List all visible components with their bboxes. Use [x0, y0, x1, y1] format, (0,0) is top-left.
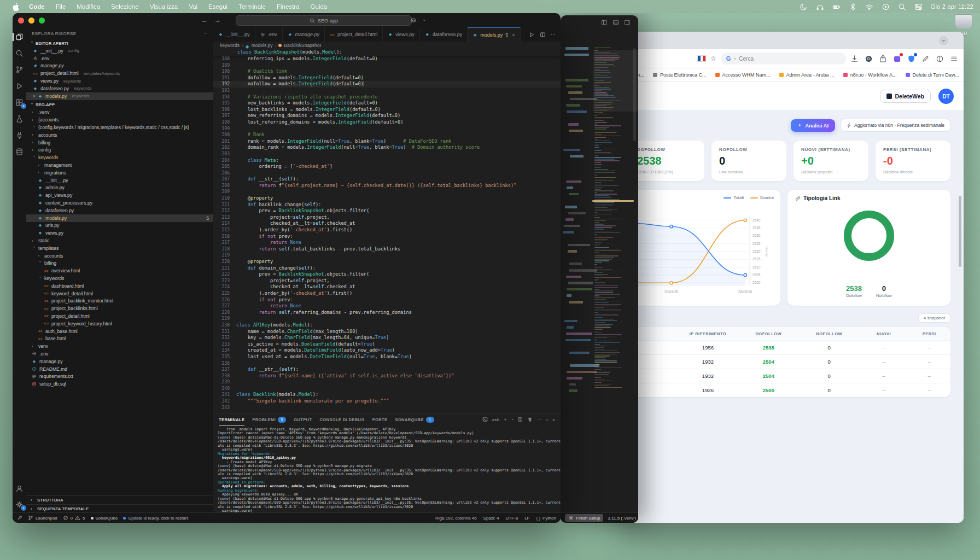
tree-item[interactable]: <>dashboard.html: [26, 282, 213, 290]
terminal-output[interactable]: from .models import Project, Keyword, Ke…: [213, 425, 561, 516]
tree-item[interactable]: <>auth_base.html: [26, 328, 213, 335]
open-editor-item[interactable]: × ◆models.pykeywords: [26, 92, 213, 100]
moon-icon[interactable]: [800, 3, 808, 11]
camera-icon[interactable]: [882, 3, 890, 11]
tree-item[interactable]: ›static: [26, 237, 213, 244]
tree-item[interactable]: ◆__init__.py: [26, 177, 213, 184]
finish-setup-button[interactable]: Finish Setup: [565, 514, 603, 522]
menu-item[interactable]: Selezione: [106, 0, 144, 13]
layout-sidebar-icon[interactable]: [601, 19, 608, 26]
bookmark-item[interactable]: Posta Elettronica C...: [653, 72, 707, 78]
panel-tab[interactable]: TERMINALE: [219, 413, 244, 425]
zoom-window-button[interactable]: [39, 18, 45, 24]
close-editor-icon[interactable]: ×: [33, 94, 36, 99]
cursor-position[interactable]: Riga 192, colonna 46: [435, 516, 477, 521]
tree-item[interactable]: ›config: [26, 147, 213, 154]
france-flag-icon[interactable]: [697, 55, 706, 62]
legend-item[interactable]: Totali: [724, 195, 744, 200]
tree-item[interactable]: ◆urls.py: [26, 222, 213, 230]
editor-tab[interactable]: <>project_detail.html: [325, 27, 383, 42]
nav-back-icon[interactable]: ←: [201, 16, 208, 24]
editor-tab[interactable]: ◆dataforseo.py: [420, 27, 468, 42]
command-center-search[interactable]: SEO-app: [236, 15, 412, 26]
tree-item[interactable]: ◆models.py5: [26, 214, 213, 222]
sidebar-section[interactable]: ›STRUTTURA: [26, 495, 213, 504]
terminal-dropdown-icon[interactable]: ›: [510, 418, 514, 420]
table-header-cell[interactable]: NUOVI: [860, 331, 908, 336]
open-editor-item[interactable]: <>project_detail.htmltemplates/keywords: [26, 69, 213, 77]
layout-panel-icon[interactable]: [612, 19, 619, 26]
tree-item[interactable]: <>project_keyword_history.html: [26, 320, 213, 328]
run-debug-icon[interactable]: [15, 82, 24, 90]
update-status[interactable]: Update is ready, click to restart.: [123, 516, 189, 521]
menu-item[interactable]: Finestra: [271, 0, 305, 13]
editor-more-icon[interactable]: ···: [551, 32, 556, 37]
menu-item-app[interactable]: Code: [24, 0, 50, 13]
tree-item[interactable]: ›{accounts: [26, 116, 213, 124]
menu-item[interactable]: Modifica: [71, 0, 106, 13]
python-interpreter[interactable]: 3.11.5 ('.venv'): [608, 516, 635, 521]
tree-item[interactable]: ›venv: [26, 342, 213, 350]
project-root-section[interactable]: › SEO-APP: [26, 101, 213, 109]
tree-item[interactable]: <>project_backlink_monitor.html: [26, 298, 213, 305]
open-editor-item[interactable]: ◆__init__.pyconfig: [26, 47, 213, 55]
nav-forward-icon[interactable]: →: [214, 16, 221, 24]
download-icon[interactable]: [850, 55, 859, 63]
open-editors-section[interactable]: › EDITOR APERTI: [26, 39, 213, 47]
browser-menu-icon[interactable]: [950, 55, 958, 63]
code-editor[interactable]: class BacklinkSnapshot(models.Model): 18…: [213, 49, 561, 413]
menu-item[interactable]: File: [50, 0, 72, 13]
bookmark-item[interactable]: Delete di Terni Davi...: [906, 72, 959, 78]
share-icon[interactable]: [879, 55, 887, 63]
vpn-shield-icon[interactable]: [907, 55, 915, 63]
headphones-icon[interactable]: [816, 3, 824, 11]
table-header-cell[interactable]: IP RIFERIMENTO: [678, 331, 738, 336]
tree-item[interactable]: ◆api_views.py: [26, 191, 213, 199]
open-editor-item[interactable]: ◆views.pykeywords: [26, 77, 213, 85]
tree-item[interactable]: ›billing: [26, 139, 213, 147]
explorer-icon[interactable]: [15, 33, 24, 41]
tree-item[interactable]: <>base.html: [26, 335, 213, 342]
breadcrumb-item[interactable]: keywords: [220, 43, 240, 48]
tree-item[interactable]: ›{config,keywords / migrations,templates…: [26, 124, 213, 131]
tree-item[interactable]: ◆context_processors.py: [26, 199, 213, 207]
tree-item[interactable]: ›.venv: [26, 109, 213, 116]
eol[interactable]: LF: [524, 516, 529, 521]
close-panel-icon[interactable]: ×: [552, 417, 555, 422]
tree-item[interactable]: setup_db.sql: [26, 380, 213, 388]
language-mode[interactable]: { }Python: [536, 516, 556, 521]
search-icon[interactable]: [15, 49, 24, 57]
open-editor-item[interactable]: ◆dataforseo.pykeywords: [26, 85, 213, 92]
search-engine-chevron-icon[interactable]: ›: [732, 58, 737, 60]
menu-item[interactable]: Vai: [183, 0, 203, 13]
address-bar[interactable]: G › Cerca: [721, 52, 846, 65]
tab-search-chevron-icon[interactable]: ›: [939, 36, 948, 45]
account-icon[interactable]: [15, 485, 24, 493]
shell-label[interactable]: zsh: [492, 417, 500, 422]
tree-item[interactable]: ›management: [26, 161, 213, 169]
split-terminal-icon[interactable]: [517, 417, 523, 422]
panel-tab[interactable]: CONSOLE DI DEBUG: [319, 413, 364, 425]
breadcrumb-item[interactable]: BacklinkSnapshot: [284, 43, 321, 48]
legend-item[interactable]: Domini: [750, 195, 774, 200]
tree-item[interactable]: ›accounts: [26, 131, 213, 139]
panel-tab[interactable]: OUTPUT: [294, 413, 312, 425]
new-terminal-icon[interactable]: +: [504, 417, 506, 422]
open-editor-item[interactable]: .env: [26, 55, 213, 62]
indentation[interactable]: Spazi: 4: [483, 516, 499, 521]
tree-item[interactable]: <>keyword_detail.html: [26, 290, 213, 298]
settings-gear-icon[interactable]: 1: [15, 500, 24, 509]
wifi-icon[interactable]: [865, 3, 873, 11]
tree-item[interactable]: ◆views.py: [26, 229, 213, 237]
editor-tab[interactable]: ◆__init__.py: [213, 27, 255, 42]
menu-item[interactable]: Guida: [305, 0, 333, 13]
run-python-icon[interactable]: [529, 32, 535, 38]
table-header-cell[interactable]: PERSI: [908, 331, 950, 336]
sidebar-section[interactable]: ›SEQUENZA TEMPORALE: [26, 504, 213, 513]
tree-item[interactable]: <>project_detail.html: [26, 312, 213, 320]
copilot-chevron-icon[interactable]: ›: [420, 20, 427, 21]
close-window-button[interactable]: [18, 18, 24, 24]
copilot-icon[interactable]: [410, 17, 417, 24]
sonarqube-status[interactable]: SonarQube: [91, 516, 118, 521]
apple-logo-icon[interactable]: [8, 3, 24, 11]
